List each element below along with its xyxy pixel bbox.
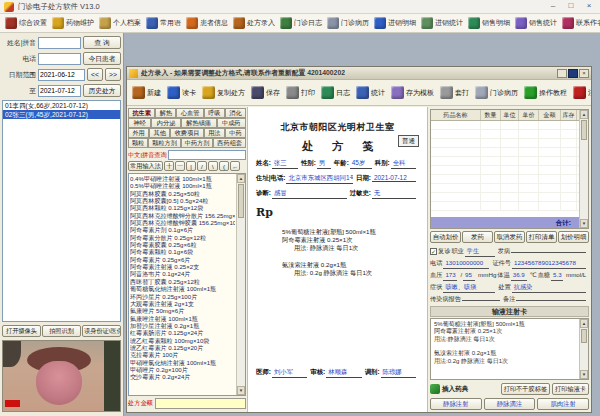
main-toolbar-item-9[interactable]: 进销统计 — [419, 16, 465, 30]
rx-toolbar-item-0[interactable]: 新建 — [129, 84, 164, 101]
rx-toolbar-item-8[interactable]: 套打 — [437, 84, 472, 101]
pricing-action-0[interactable]: 自动划价 — [430, 231, 461, 243]
onset-value[interactable] — [511, 252, 586, 253]
injection-button-1[interactable]: 静脉滴注 — [484, 398, 536, 410]
infectious-report-value[interactable] — [462, 300, 500, 301]
pinyin-search-input[interactable] — [168, 150, 246, 160]
drug-item[interactable]: 阿莫西林胶囊[0.5] 0.5g×24粒 — [130, 197, 235, 204]
scroll-up-icon[interactable]: ▲ — [580, 319, 588, 328]
drug-item[interactable]: 琥乙红霉素片 0.125g×20片 — [130, 344, 235, 351]
patient-list-item[interactable]: 02张三(男,45岁,2021-07-12) — [3, 110, 120, 119]
note-value[interactable] — [516, 300, 586, 301]
rx-toolbar-item-9[interactable]: 门诊病历 — [472, 84, 521, 101]
insert-dictionary-label[interactable]: 插入药典 — [442, 385, 468, 394]
date-to-input[interactable] — [38, 85, 81, 97]
pricing-table-scrollbar[interactable]: ▲ ▼ — [579, 110, 588, 228]
drug-item[interactable]: 阿莫西林克拉维酸钾胶囊 156.25mg×10粒 — [130, 219, 235, 226]
drug-item[interactable]: 阿奇霉素片剂 0.1g×6片 — [130, 226, 235, 233]
scroll-thumb[interactable] — [581, 329, 587, 343]
drug-item[interactable]: 克拉霉素片 100片 — [130, 351, 235, 358]
category-tab[interactable]: 中药方剂 — [181, 138, 214, 148]
category-tab[interactable]: 收费项目 — [170, 128, 204, 138]
rx-restore-button[interactable] — [568, 69, 578, 78]
drug-item[interactable]: 大观霉素注射液 2g×1支 — [130, 300, 235, 307]
main-toolbar-item-11[interactable]: 销售统计 — [513, 16, 559, 30]
injection-button-2[interactable]: 肌肉注射 — [537, 398, 589, 410]
category-tab[interactable]: 中成药 — [217, 118, 247, 128]
category-tab[interactable]: 抗生素 — [128, 108, 155, 118]
bp-systolic[interactable]: 173 — [443, 269, 457, 281]
camera-button-0[interactable]: 打开摄像头 — [2, 325, 41, 337]
main-toolbar-item-6[interactable]: 门诊日志 — [278, 16, 324, 30]
drug-item[interactable]: 加替沙星注射液 0.2g×1瓶 — [130, 322, 235, 329]
close-button[interactable]: × — [580, 0, 598, 13]
temp-value[interactable]: 36.9 — [511, 269, 527, 281]
bp-diastolic[interactable]: 95 — [463, 269, 475, 281]
occupation-value[interactable]: 学生 — [465, 245, 495, 257]
main-toolbar-item-0[interactable]: 综合设置 — [3, 16, 49, 30]
scroll-up-icon[interactable]: ▲ — [580, 110, 588, 119]
category-tab[interactable]: 其他 — [149, 128, 170, 138]
scroll-thumb[interactable] — [581, 120, 587, 140]
drug-item[interactable]: 西咪替丁胶囊 0.25g×12粒 — [130, 278, 235, 285]
rx-close-button[interactable]: × — [579, 69, 589, 78]
scroll-thumb[interactable] — [238, 184, 244, 218]
drug-item[interactable]: 氟康唑注射液 100ml×1瓶 — [130, 315, 235, 322]
rx-toolbar-item-11[interactable]: 注销 — [570, 84, 591, 101]
category-tab[interactable]: 呼吸 — [204, 108, 225, 118]
drug-item[interactable]: 甲硝唑片 0.2g×100片 — [130, 366, 235, 373]
rx-toolbar-item-4[interactable]: 打印 — [283, 84, 318, 101]
main-toolbar-item-5[interactable]: 处方录入 — [231, 16, 277, 30]
category-tab[interactable]: 消化 — [225, 108, 246, 118]
id-value[interactable]: 123456789012345678 — [512, 257, 586, 269]
main-toolbar-item-7[interactable]: 门诊病历 — [325, 16, 371, 30]
symptom-value[interactable]: 咳嗽、咳痰 — [443, 281, 495, 293]
drug-item[interactable]: 0.5%甲硝唑注射液 100ml×1瓶 — [130, 182, 235, 189]
print-sticker-button[interactable]: 打印不干胶标签 — [501, 383, 550, 395]
category-tab[interactable]: 外用 — [128, 128, 149, 138]
main-toolbar-item-8[interactable]: 进销明细 — [372, 16, 418, 30]
category-tab[interactable]: 心血管 — [176, 108, 203, 118]
minimize-button[interactable]: – — [544, 0, 562, 13]
input-key-button[interactable]: ( — [219, 161, 229, 171]
pricing-action-2[interactable]: 取消发药 — [494, 231, 525, 243]
rx-toolbar-item-10[interactable]: 操作教程 — [521, 84, 570, 101]
patient-list-item[interactable]: 01李四(女,66岁,2021-07-12) — [3, 101, 120, 110]
input-key-button[interactable]: \ — [208, 161, 218, 171]
input-key-button[interactable]: 十 — [164, 161, 174, 171]
drug-item[interactable]: 阿昔洛韦片 0.1g×24片 — [130, 270, 235, 277]
drug-item[interactable]: 交沙霉素片 0.2g×24片 — [130, 373, 235, 380]
treatment-value[interactable]: 抗感染 — [512, 281, 586, 293]
history-rx-button[interactable]: 历史处方 — [83, 84, 121, 97]
rx-minimize-button[interactable] — [557, 69, 567, 78]
category-tab[interactable]: 解热镇痛 — [181, 118, 217, 128]
rx-toolbar-item-6[interactable]: 统计 — [353, 84, 388, 101]
drug-item[interactable]: 0.4%甲硝唑注射液 100ml×1瓶 — [130, 175, 235, 182]
rx-toolbar-item-3[interactable]: 保存 — [248, 84, 283, 101]
prev-range-button[interactable]: << — [87, 68, 103, 81]
drug-item[interactable]: 阿莫西林颗粒 0.125g×12袋 — [130, 204, 235, 211]
category-tab[interactable]: 西药组套 — [213, 138, 246, 148]
print-infusion-card-button[interactable]: 打印输液卡 — [552, 383, 589, 395]
input-key-button[interactable]: ← — [230, 161, 240, 171]
revisit-checkbox[interactable]: ✓ — [430, 248, 437, 255]
drug-item[interactable]: 阿奇霉素片 0.25g×6片 — [130, 256, 235, 263]
main-toolbar-item-12[interactable]: 联系作者 — [560, 16, 600, 30]
drug-item[interactable]: 阿奇霉素注射液 0.25×2支 — [130, 263, 235, 270]
name-pinyin-input[interactable] — [38, 37, 81, 49]
infusion-scrollbar[interactable]: ▲ ▼ — [579, 319, 588, 379]
next-range-button[interactable]: >> — [105, 68, 121, 81]
category-tab[interactable]: 用法 — [204, 128, 225, 138]
input-key-button[interactable]: 一 — [175, 161, 185, 171]
glucose-value[interactable]: 5.3 — [551, 269, 563, 281]
pricing-action-4[interactable]: 划价明细 — [558, 231, 589, 243]
date-from-input[interactable] — [38, 69, 85, 81]
injection-button-0[interactable]: 静脉注射 — [430, 398, 482, 410]
category-tab[interactable]: 内分泌 — [151, 118, 181, 128]
drug-item[interactable]: 阿莫西林胶囊 0.25g×50粒 — [130, 190, 235, 197]
today-patients-button[interactable]: 今日患者 — [83, 52, 121, 65]
drug-item[interactable]: 阿莫西林克拉维酸钾分散片 156.25mg×12 — [130, 212, 235, 219]
rx-toolbar-item-1[interactable]: 读卡 — [164, 84, 199, 101]
category-tab[interactable]: 颗粒 — [128, 138, 148, 148]
maximize-button[interactable]: □ — [562, 0, 580, 13]
